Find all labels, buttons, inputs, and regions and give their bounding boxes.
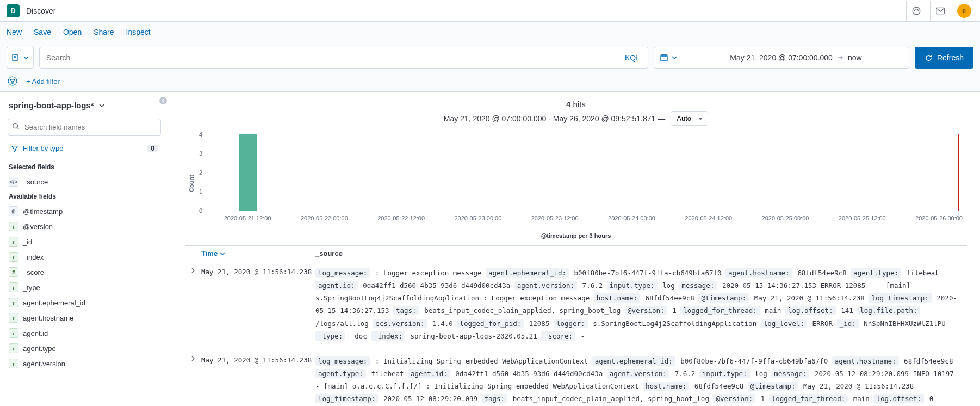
fields-sidebar: spring-boot-app-logs* Filter by type 0 S… xyxy=(0,92,169,406)
field-name: _index xyxy=(23,253,44,261)
y-axis-label: Count xyxy=(188,175,195,192)
x-tick: 2020-05-21 12:00 xyxy=(224,215,271,222)
interval-select[interactable]: Auto xyxy=(671,111,708,126)
field-key: agent.ephemeral_id: xyxy=(592,356,675,366)
field-key: _index: xyxy=(371,331,405,341)
field-key: @version: xyxy=(625,306,667,315)
field-name: _type xyxy=(23,284,40,292)
histogram-bar[interactable] xyxy=(239,134,257,211)
field-search-input[interactable] xyxy=(8,119,161,136)
refresh-button[interactable]: Refresh xyxy=(915,47,973,69)
text-field-icon: t xyxy=(9,252,18,262)
field-item[interactable]: tagent.hostname xyxy=(5,310,163,325)
field-item[interactable]: t_index xyxy=(5,249,163,264)
filter-icon xyxy=(11,145,18,152)
field-key: log_message: xyxy=(315,356,370,366)
results-panel: 4 hits May 21, 2020 @ 07:00:00.000 - May… xyxy=(169,92,980,406)
date-from: May 21, 2020 @ 07:00:00.000 xyxy=(730,53,833,62)
field-item[interactable]: tagent.version xyxy=(5,356,163,371)
expand-row-button[interactable] xyxy=(185,267,201,342)
field-key: agent.ephemeral_id: xyxy=(486,268,569,278)
index-pattern-selector[interactable]: spring-boot-app-logs* xyxy=(5,99,163,115)
expand-row-button[interactable] xyxy=(185,355,201,406)
field-name: agent.hostname xyxy=(23,314,73,322)
text-field-icon: t xyxy=(9,298,18,307)
field-item[interactable]: t_id xyxy=(5,234,163,249)
doc-table-header: Time _source xyxy=(185,245,967,261)
field-item[interactable]: tagent.id xyxy=(5,325,163,341)
menu-new[interactable]: New xyxy=(7,28,22,36)
time-column-sort[interactable]: Time xyxy=(201,249,225,257)
filter-by-type-button[interactable]: Filter by type 0 xyxy=(8,141,161,156)
filter-by-type-label: Filter by type xyxy=(23,144,63,152)
field-key: _score: xyxy=(541,331,575,341)
field-key: log.offset: xyxy=(785,306,836,315)
num-field-icon: # xyxy=(9,267,18,277)
field-key: agent.id: xyxy=(315,281,358,290)
doc-row: May 21, 2020 @ 11:56:14.238log_message: … xyxy=(185,261,967,349)
source-column-header: _source xyxy=(315,249,967,257)
date-range-display[interactable]: May 21, 2020 @ 07:00:00.000 now xyxy=(683,53,909,62)
field-key: log.file.path: xyxy=(857,306,920,315)
doc-time: May 21, 2020 @ 11:56:14.238 xyxy=(201,267,315,342)
available-fields-heading: Available fields xyxy=(5,189,163,204)
field-key: log_timestamp: xyxy=(869,293,931,303)
user-menu[interactable]: e xyxy=(954,1,973,21)
add-filter-button[interactable]: + Add filter xyxy=(26,77,60,85)
collapse-sidebar-icon[interactable] xyxy=(159,96,168,105)
field-item[interactable]: 🗓@timestamp xyxy=(5,204,163,219)
field-key: @version: xyxy=(713,394,755,403)
field-key: ecs.version: xyxy=(373,319,427,328)
field-key: message: xyxy=(771,369,809,378)
histogram-chart[interactable]: Count 01234 2020-05-21 12:002020-05-22 0… xyxy=(185,134,967,232)
field-key: agent.version: xyxy=(514,281,577,290)
menu-save[interactable]: Save xyxy=(34,28,51,36)
filter-options-icon[interactable] xyxy=(7,75,18,87)
field-key: input.type: xyxy=(607,281,658,290)
x-tick: 2020-05-23 12:00 xyxy=(531,215,579,222)
menu-open[interactable]: Open xyxy=(63,28,82,36)
field-item[interactable]: </>_source xyxy=(5,174,163,189)
field-key: host.name: xyxy=(594,293,640,303)
filter-type-count: 0 xyxy=(147,145,158,152)
field-key: _type: xyxy=(315,331,345,341)
newsfeed-icon[interactable] xyxy=(906,1,926,21)
field-key: logged_for_thread: xyxy=(680,306,759,315)
field-key: log_level: xyxy=(761,319,807,328)
field-key: agent.hostname: xyxy=(725,268,792,278)
doc-row: May 21, 2020 @ 11:56:14.238log_message: … xyxy=(185,349,967,406)
svg-rect-3 xyxy=(661,55,667,61)
field-key: logged_for_pid: xyxy=(457,319,524,328)
saved-query-button[interactable] xyxy=(7,47,34,69)
x-tick: 2020-05-25 12:00 xyxy=(839,215,886,222)
field-name: _score xyxy=(23,268,44,276)
field-key: tags: xyxy=(393,306,419,315)
field-item[interactable]: t@version xyxy=(5,219,163,234)
svg-point-0 xyxy=(913,7,920,15)
field-key: _id: xyxy=(837,319,859,328)
svg-point-6 xyxy=(13,124,18,128)
field-item[interactable]: tagent.type xyxy=(5,341,163,356)
refresh-label: Refresh xyxy=(937,53,964,62)
date-quick-button[interactable] xyxy=(654,47,683,68)
menu-share[interactable]: Share xyxy=(94,28,114,36)
field-item[interactable]: t_type xyxy=(5,280,163,295)
text-field-icon: t xyxy=(9,237,18,247)
x-tick: 2020-05-23 00:00 xyxy=(454,215,501,222)
mail-icon[interactable] xyxy=(930,1,950,21)
search-input[interactable] xyxy=(40,47,617,68)
x-tick: 2020-05-24 00:00 xyxy=(608,215,655,222)
time-range-row: May 21, 2020 @ 07:00:00.000 - May 26, 20… xyxy=(185,110,967,131)
text-field-icon: t xyxy=(9,282,18,292)
field-key: logged_for_thread: xyxy=(769,394,848,403)
action-menubar: New Save Open Share Inspect xyxy=(0,22,980,42)
date-field-icon: 🗓 xyxy=(9,206,18,216)
menu-inspect[interactable]: Inspect xyxy=(126,28,151,36)
field-name: agent.id xyxy=(23,329,48,337)
field-key: agent.hostname: xyxy=(832,356,899,366)
svg-point-4 xyxy=(8,77,17,85)
field-item[interactable]: tagent.ephemeral_id xyxy=(5,295,163,310)
field-item[interactable]: #_score xyxy=(5,264,163,280)
kql-toggle[interactable]: KQL xyxy=(617,47,648,68)
filter-bar: + Add filter xyxy=(0,73,980,92)
